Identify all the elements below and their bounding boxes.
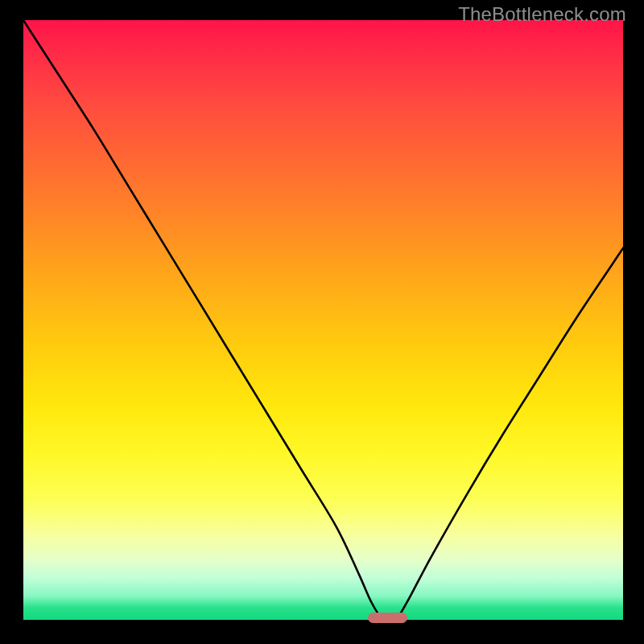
chart-frame: TheBottleneck.com xyxy=(0,0,644,644)
watermark-text: TheBottleneck.com xyxy=(458,3,626,26)
plot-area xyxy=(23,20,623,620)
bottleneck-curve xyxy=(23,20,623,620)
optimal-range-marker xyxy=(368,613,407,623)
